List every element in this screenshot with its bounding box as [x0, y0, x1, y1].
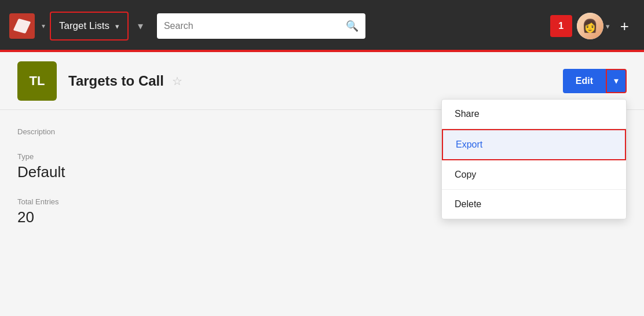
record-icon: TL — [17, 61, 57, 101]
actions-dropdown-menu: Share Export Copy Delete — [441, 99, 627, 219]
nav-chevron-button[interactable]: ▾ — [133, 15, 148, 37]
export-menu-item[interactable]: Export — [442, 129, 626, 160]
actions-dropdown-button[interactable]: ▾ — [606, 69, 627, 93]
notification-count: 1 — [558, 21, 564, 31]
app-logo[interactable] — [9, 13, 35, 39]
navbar: ▾ Target Lists ▾ ▾ 🔍 1 👩 ▾ + — [0, 0, 644, 52]
avatar-dropdown-arrow: ▾ — [606, 22, 610, 31]
record-title: Targets to Call — [68, 73, 164, 89]
edit-button[interactable]: Edit — [563, 69, 606, 93]
logo-dropdown-arrow[interactable]: ▾ — [42, 22, 45, 30]
page-content: TL Targets to Call ☆ Edit ▾ Share Export… — [0, 52, 644, 316]
add-button[interactable]: + — [614, 15, 635, 38]
module-selector-button[interactable]: Target Lists ▾ — [50, 12, 129, 41]
share-menu-item[interactable]: Share — [442, 100, 626, 129]
header-actions: Edit ▾ Share Export Copy Delete — [563, 69, 627, 93]
copy-menu-item[interactable]: Copy — [442, 160, 626, 190]
chevron-down-icon: ▾ — [138, 20, 143, 32]
record-header: TL Targets to Call ☆ Edit ▾ Share Export… — [0, 52, 644, 110]
favorite-star-icon[interactable]: ☆ — [172, 74, 182, 88]
module-label: Target Lists — [59, 20, 109, 32]
dropdown-chevron-icon: ▾ — [614, 75, 619, 86]
search-input[interactable] — [164, 21, 342, 31]
logo-cube-icon — [13, 19, 31, 34]
search-icon: 🔍 — [346, 20, 358, 32]
delete-menu-item[interactable]: Delete — [442, 190, 626, 219]
user-avatar-container[interactable]: 👩 ▾ — [577, 13, 610, 39]
add-icon: + — [620, 17, 629, 35]
module-chevron-icon: ▾ — [115, 22, 119, 31]
search-bar: 🔍 — [157, 13, 365, 39]
notification-badge[interactable]: 1 — [550, 15, 572, 37]
avatar: 👩 — [577, 13, 603, 39]
avatar-image: 👩 — [577, 13, 603, 39]
